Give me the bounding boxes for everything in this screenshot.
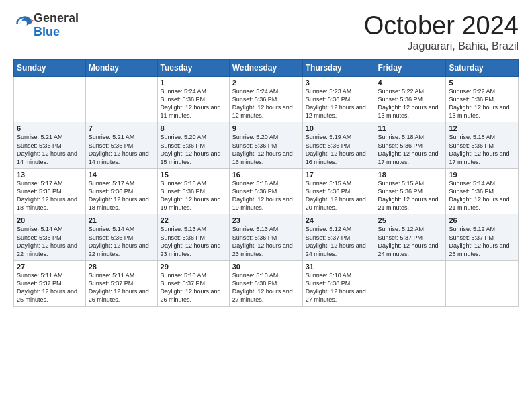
location: Jaguarari, Bahia, Brazil [364,40,519,52]
day-number: 26 [449,216,515,224]
calendar-cell: 5Sunrise: 5:22 AMSunset: 5:36 PMDaylight… [446,76,519,122]
col-sunday: Sunday [14,59,86,76]
calendar-cell: 30Sunrise: 5:10 AMSunset: 5:38 PMDayligh… [229,261,302,307]
cell-info: Sunrise: 5:15 AMSunset: 5:36 PMDaylight:… [306,179,372,212]
calendar-cell: 28Sunrise: 5:11 AMSunset: 5:37 PMDayligh… [85,261,157,307]
month-title: October 2024 [364,12,519,40]
calendar-cell [14,76,86,122]
day-number: 3 [306,79,372,87]
day-number: 4 [378,79,443,87]
calendar-cell: 3Sunrise: 5:23 AMSunset: 5:36 PMDaylight… [302,76,375,122]
day-number: 24 [306,216,372,224]
cell-info: Sunrise: 5:13 AMSunset: 5:36 PMDaylight:… [161,225,226,258]
cell-info: Sunrise: 5:11 AMSunset: 5:37 PMDaylight:… [89,271,154,304]
calendar-cell: 27Sunrise: 5:11 AMSunset: 5:37 PMDayligh… [14,261,86,307]
calendar-cell: 24Sunrise: 5:12 AMSunset: 5:37 PMDayligh… [302,214,375,261]
day-number: 17 [306,171,372,179]
cell-info: Sunrise: 5:14 AMSunset: 5:36 PMDaylight:… [17,225,83,258]
calendar-cell: 11Sunrise: 5:18 AMSunset: 5:36 PMDayligh… [375,122,446,169]
cell-info: Sunrise: 5:14 AMSunset: 5:36 PMDaylight:… [449,179,515,212]
cell-info: Sunrise: 5:21 AMSunset: 5:36 PMDaylight:… [17,133,83,166]
day-number: 11 [378,124,443,132]
day-number: 23 [232,216,300,224]
day-number: 31 [306,263,372,271]
col-saturday: Saturday [446,59,519,76]
calendar-cell: 2Sunrise: 5:24 AMSunset: 5:36 PMDaylight… [229,76,302,122]
cell-info: Sunrise: 5:12 AMSunset: 5:37 PMDaylight:… [378,225,443,258]
cell-info: Sunrise: 5:14 AMSunset: 5:36 PMDaylight:… [89,225,154,258]
calendar-table: Sunday Monday Tuesday Wednesday Thursday… [13,59,519,307]
cell-info: Sunrise: 5:16 AMSunset: 5:36 PMDaylight:… [161,179,226,212]
day-number: 10 [306,124,372,132]
logo-blue: Blue [34,25,60,38]
day-number: 27 [17,263,83,271]
calendar-week-row: 20Sunrise: 5:14 AMSunset: 5:36 PMDayligh… [14,214,519,261]
calendar-cell: 14Sunrise: 5:17 AMSunset: 5:36 PMDayligh… [85,168,157,214]
calendar-cell: 1Sunrise: 5:24 AMSunset: 5:36 PMDaylight… [157,76,229,122]
calendar-cell: 8Sunrise: 5:20 AMSunset: 5:36 PMDaylight… [157,122,229,169]
cell-info: Sunrise: 5:15 AMSunset: 5:36 PMDaylight:… [378,179,443,212]
day-number: 2 [232,79,300,87]
day-number: 6 [17,124,83,132]
cell-info: Sunrise: 5:17 AMSunset: 5:36 PMDaylight:… [17,179,83,212]
calendar-cell: 9Sunrise: 5:20 AMSunset: 5:36 PMDaylight… [229,122,302,169]
cell-info: Sunrise: 5:13 AMSunset: 5:36 PMDaylight:… [232,225,300,258]
logo: General Blue [13,12,79,39]
calendar-cell: 29Sunrise: 5:10 AMSunset: 5:37 PMDayligh… [157,261,229,307]
calendar-cell: 7Sunrise: 5:21 AMSunset: 5:36 PMDaylight… [85,122,157,169]
calendar-cell: 16Sunrise: 5:16 AMSunset: 5:36 PMDayligh… [229,168,302,214]
header: General Blue October 2024 Jaguarari, Bah… [13,12,519,52]
day-number: 12 [449,124,515,132]
day-number: 13 [17,171,83,179]
day-number: 15 [161,171,226,179]
cell-info: Sunrise: 5:11 AMSunset: 5:37 PMDaylight:… [17,271,83,304]
day-number: 21 [89,216,154,224]
cell-info: Sunrise: 5:23 AMSunset: 5:36 PMDaylight:… [306,87,372,120]
logo-icon [15,15,34,34]
calendar-cell: 18Sunrise: 5:15 AMSunset: 5:36 PMDayligh… [375,168,446,214]
cell-info: Sunrise: 5:24 AMSunset: 5:36 PMDaylight:… [232,87,300,120]
day-number: 14 [89,171,154,179]
col-wednesday: Wednesday [229,59,302,76]
calendar-cell: 19Sunrise: 5:14 AMSunset: 5:36 PMDayligh… [446,168,519,214]
cell-info: Sunrise: 5:10 AMSunset: 5:38 PMDaylight:… [306,271,372,304]
day-number: 9 [232,124,300,132]
calendar-cell: 23Sunrise: 5:13 AMSunset: 5:36 PMDayligh… [229,214,302,261]
cell-info: Sunrise: 5:10 AMSunset: 5:38 PMDaylight:… [232,271,300,304]
col-friday: Friday [375,59,446,76]
calendar-cell: 12Sunrise: 5:18 AMSunset: 5:36 PMDayligh… [446,122,519,169]
cell-info: Sunrise: 5:17 AMSunset: 5:36 PMDaylight:… [89,179,154,212]
logo-general: General [34,11,79,25]
day-number: 25 [378,216,443,224]
calendar-header-row: Sunday Monday Tuesday Wednesday Thursday… [14,59,519,76]
calendar-cell [375,261,446,307]
cell-info: Sunrise: 5:22 AMSunset: 5:36 PMDaylight:… [449,87,515,120]
cell-info: Sunrise: 5:20 AMSunset: 5:36 PMDaylight:… [161,133,226,166]
cell-info: Sunrise: 5:12 AMSunset: 5:37 PMDaylight:… [306,225,372,258]
cell-info: Sunrise: 5:18 AMSunset: 5:36 PMDaylight:… [449,133,515,166]
calendar-week-row: 1Sunrise: 5:24 AMSunset: 5:36 PMDaylight… [14,76,519,122]
calendar-week-row: 13Sunrise: 5:17 AMSunset: 5:36 PMDayligh… [14,168,519,214]
calendar-cell: 31Sunrise: 5:10 AMSunset: 5:38 PMDayligh… [302,261,375,307]
calendar-cell: 26Sunrise: 5:12 AMSunset: 5:37 PMDayligh… [446,214,519,261]
day-number: 7 [89,124,154,132]
cell-info: Sunrise: 5:21 AMSunset: 5:36 PMDaylight:… [89,133,154,166]
calendar-cell: 22Sunrise: 5:13 AMSunset: 5:36 PMDayligh… [157,214,229,261]
calendar-cell: 6Sunrise: 5:21 AMSunset: 5:36 PMDaylight… [14,122,86,169]
calendar-cell [85,76,157,122]
logo-text: General Blue [34,12,79,39]
page: General Blue October 2024 Jaguarari, Bah… [0,0,532,411]
cell-info: Sunrise: 5:24 AMSunset: 5:36 PMDaylight:… [161,87,226,120]
day-number: 28 [89,263,154,271]
cell-info: Sunrise: 5:12 AMSunset: 5:37 PMDaylight:… [449,225,515,258]
calendar-cell [446,261,519,307]
day-number: 19 [449,171,515,179]
calendar-cell: 17Sunrise: 5:15 AMSunset: 5:36 PMDayligh… [302,168,375,214]
calendar-cell: 4Sunrise: 5:22 AMSunset: 5:36 PMDaylight… [375,76,446,122]
cell-info: Sunrise: 5:10 AMSunset: 5:37 PMDaylight:… [161,271,226,304]
calendar-week-row: 6Sunrise: 5:21 AMSunset: 5:36 PMDaylight… [14,122,519,169]
calendar-cell: 15Sunrise: 5:16 AMSunset: 5:36 PMDayligh… [157,168,229,214]
title-block: October 2024 Jaguarari, Bahia, Brazil [364,12,519,52]
cell-info: Sunrise: 5:22 AMSunset: 5:36 PMDaylight:… [378,87,443,120]
calendar-week-row: 27Sunrise: 5:11 AMSunset: 5:37 PMDayligh… [14,261,519,307]
